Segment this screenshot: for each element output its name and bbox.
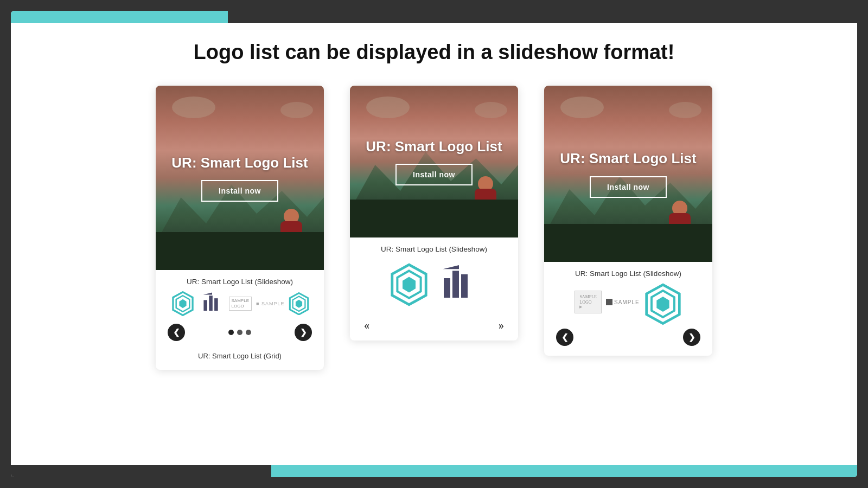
- svg-rect-17: [452, 271, 459, 298]
- cards-container: UR: Smart Logo List Install now UR: Smar…: [156, 86, 712, 370]
- logo-hex2-left: [289, 292, 309, 315]
- hero-overlay-left: UR: Smart Logo List Install now: [156, 86, 324, 270]
- card-center-subtitle: UR: Smart Logo List (Slideshow): [381, 245, 487, 253]
- logo-large-row-center: Sample Logo SampLe Logo: [387, 259, 481, 311]
- dark-accent-bottom: [11, 465, 271, 477]
- card-left-body: UR: Smart Logo List (Slideshow) Sample L…: [156, 270, 324, 370]
- dot-1: [228, 330, 234, 335]
- hero-title-left: UR: Smart Logo List: [161, 154, 318, 172]
- dark-accent-top: [228, 11, 857, 23]
- logo-bars-left: Sample logo: [200, 291, 225, 316]
- logo-large-bars-center: SampLe Logo: [437, 263, 481, 306]
- logo-small-left: ■ SAMPLE: [256, 301, 284, 306]
- card-center: UR: Smart Logo List Install now UR: Smar…: [350, 86, 518, 341]
- logo-sample-text-right: SAMPLE: [606, 299, 640, 305]
- svg-marker-14: [403, 277, 416, 293]
- page-title: Logo list can be displayed in a slidesho…: [194, 41, 675, 64]
- svg-rect-18: [461, 274, 468, 298]
- logo-text-left: SAMPLELOGO: [229, 297, 252, 310]
- svg-marker-2: [179, 299, 186, 308]
- install-button-left[interactable]: Install now: [201, 180, 278, 202]
- svg-rect-16: [444, 278, 450, 298]
- logo-large-hex-center: Sample Logo: [387, 263, 431, 306]
- svg-marker-23: [656, 297, 669, 312]
- card-right: UR: Smart Logo List Install now UR: Smar…: [544, 86, 712, 356]
- logo-row-left: Sample Logo Sample logo: [170, 291, 310, 316]
- svg-rect-5: [209, 296, 213, 311]
- card-center-body: UR: Smart Logo List (Slideshow) Sample L…: [350, 237, 518, 341]
- hero-title-right: UR: Smart Logo List: [549, 150, 707, 168]
- next-button-left[interactable]: ❯: [295, 324, 312, 341]
- logo-row-right: SAMPLELOGO ▶ SAMPLE Sample Logo: [575, 283, 681, 321]
- svg-marker-11: [296, 299, 302, 307]
- prev-button-left[interactable]: ❮: [168, 324, 185, 341]
- card-left-hero: UR: Smart Logo List Install now: [156, 86, 324, 270]
- double-arrow-row-center: « »: [358, 316, 510, 333]
- logo-hex-right: Sample Logo: [644, 283, 682, 321]
- install-button-right[interactable]: Install now: [590, 176, 667, 198]
- card-right-hero: UR: Smart Logo List Install now: [544, 86, 712, 262]
- hero-overlay-right: UR: Smart Logo List Install now: [544, 86, 712, 262]
- dot-3: [246, 330, 251, 335]
- dot-2: [237, 330, 242, 335]
- nav-row-left: ❮ ❯: [163, 322, 316, 343]
- card-left-footer: UR: Smart Logo List (Grid): [198, 349, 282, 362]
- teal-accent-top: [11, 11, 228, 23]
- svg-marker-7: [203, 292, 212, 294]
- dots-left: [228, 330, 251, 335]
- nav-row-right: ❮ ❯: [552, 326, 705, 348]
- main-screen: Logo list can be displayed in a slidesho…: [11, 11, 857, 477]
- logo-hex-left: Sample Logo: [170, 291, 195, 316]
- card-right-subtitle: UR: Smart Logo List (Slideshow): [575, 269, 681, 278]
- svg-rect-4: [203, 300, 207, 311]
- card-center-hero: UR: Smart Logo List Install now: [350, 86, 518, 237]
- teal-accent-bottom: [271, 465, 857, 477]
- card-left-subtitle: UR: Smart Logo List (Slideshow): [187, 278, 293, 286]
- prev-button-right[interactable]: ❮: [556, 329, 573, 346]
- svg-marker-19: [443, 265, 459, 269]
- svg-rect-6: [214, 298, 218, 311]
- double-right-center[interactable]: »: [499, 319, 504, 332]
- install-button-center[interactable]: Install now: [395, 164, 473, 185]
- hero-title-center: UR: Smart Logo List: [355, 138, 513, 156]
- hero-overlay-center: UR: Smart Logo List Install now: [350, 86, 518, 237]
- double-left-center[interactable]: «: [364, 319, 369, 332]
- card-right-body: UR: Smart Logo List (Slideshow) SAMPLELO…: [544, 262, 712, 356]
- logo-box-sample-right: SAMPLELOGO ▶: [575, 291, 602, 313]
- card-left: UR: Smart Logo List Install now UR: Smar…: [156, 86, 324, 370]
- next-button-right[interactable]: ❯: [683, 329, 700, 346]
